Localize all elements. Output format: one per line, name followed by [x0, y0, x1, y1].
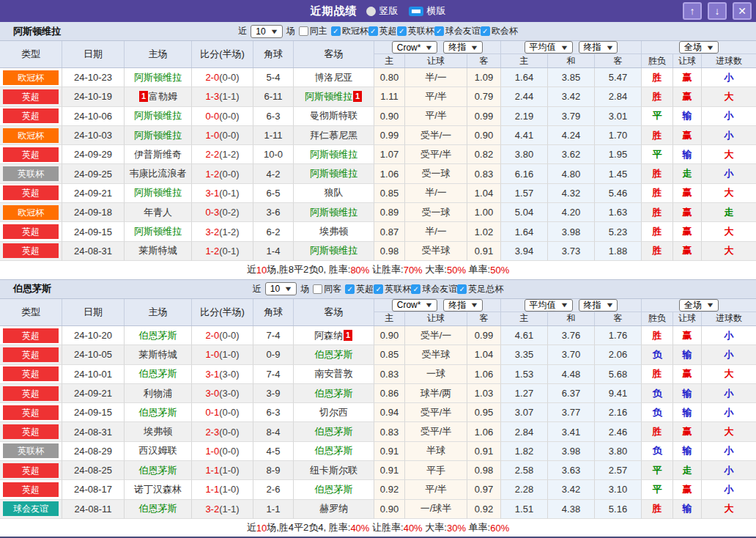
- radio-horizontal-label: 横版: [427, 4, 446, 18]
- radio-unselected-icon[interactable]: [366, 7, 376, 16]
- league-filter[interactable]: ✓英超: [345, 283, 374, 295]
- radio-vertical-layout[interactable]: 竖版: [366, 4, 399, 18]
- result-handicap: 输: [673, 107, 702, 126]
- half-time-score: (0-0): [219, 169, 239, 180]
- odds-provider-select[interactable]: Crow*▼: [392, 299, 438, 312]
- odds-final-select[interactable]: 终指▼: [443, 41, 483, 54]
- league-badge: 英超: [3, 482, 59, 497]
- col-avg-away: 客: [595, 54, 642, 67]
- title-bar: 近期战绩 竖版 横版 ↑ ↓ ✕: [0, 0, 756, 22]
- away-team-cell: 赫罗纳: [294, 500, 374, 519]
- col-date: 日期: [62, 41, 125, 67]
- odds-home: 0.85: [374, 184, 405, 203]
- league-filter-label: 英联杯: [408, 25, 434, 37]
- odds-provider-select[interactable]: Crow*▼: [392, 41, 438, 54]
- scope-select[interactable]: 全场▼: [679, 41, 719, 54]
- col-type: 类型: [0, 41, 62, 67]
- odds-home: 0.92: [374, 480, 405, 499]
- score-cell: 1-0(0-0): [192, 126, 253, 145]
- league-filter[interactable]: ✓英足总杯: [457, 283, 503, 295]
- avg-select-group: 平均值▼ 终指▼: [501, 299, 642, 312]
- checkbox-checked-icon[interactable]: ✓: [345, 284, 355, 294]
- league-badge: 英超: [3, 89, 59, 104]
- score-cell: 2-0(0-0): [192, 68, 253, 87]
- away-team-cell: 伯恩茅斯: [294, 442, 374, 461]
- same-venue-filter[interactable]: 同主: [299, 25, 327, 37]
- move-down-button[interactable]: ↓: [708, 2, 727, 20]
- avg-home-odds: 3.35: [501, 345, 548, 364]
- league-filter[interactable]: ✓球会友谊: [434, 25, 481, 37]
- match-date: 24-08-25: [62, 461, 125, 480]
- avg-draw-odds: 4.32: [548, 184, 595, 203]
- radio-horizontal-layout[interactable]: 横版: [409, 4, 446, 18]
- checkbox-checked-icon[interactable]: ✓: [331, 26, 341, 36]
- summary-text: 让胜率:: [369, 263, 403, 276]
- avg-draw-odds: 3.85: [548, 68, 595, 87]
- match-count-select[interactable]: 10▼: [265, 282, 297, 295]
- checkbox-checked-icon[interactable]: ✓: [411, 284, 420, 294]
- full-time-score: 2-2: [205, 149, 219, 160]
- odds-final-select[interactable]: 终指▼: [443, 299, 483, 312]
- move-up-button[interactable]: ↑: [683, 2, 702, 20]
- checkbox-unchecked-icon[interactable]: [313, 284, 322, 294]
- result-goals: 大: [702, 365, 756, 384]
- col-odds-home: 主: [374, 312, 405, 325]
- checkbox-checked-icon[interactable]: ✓: [481, 26, 490, 36]
- checkbox-checked-icon[interactable]: ✓: [397, 26, 407, 36]
- odds-away: 1.03: [467, 384, 501, 403]
- table-row: 球会友谊24-08-11伯恩茅斯3-2(1-1)1-1赫罗纳0.90一/球半0.…: [0, 500, 756, 519]
- avg-draw-odds: 4.38: [548, 500, 595, 519]
- home-team: 阿斯顿维拉: [134, 129, 182, 142]
- league-filter[interactable]: ✓欧会杯: [481, 25, 518, 37]
- corner-score: 3-6: [253, 203, 294, 222]
- league-filter[interactable]: ✓英超: [368, 25, 397, 37]
- summary-text: 单率:: [466, 263, 490, 276]
- result-handicap: 输: [673, 403, 702, 422]
- league-filter[interactable]: ✓欧冠杯: [331, 25, 368, 37]
- full-time-score: 1-1: [205, 465, 219, 476]
- full-time-score: 3-1: [205, 188, 219, 199]
- score-cell: 3-2(1-1): [192, 500, 253, 519]
- checkbox-checked-icon[interactable]: ✓: [374, 284, 383, 294]
- handicap-line: 平/半: [405, 87, 467, 106]
- same-venue-filter[interactable]: 同客: [313, 283, 341, 295]
- half-time-score: (3-0): [219, 369, 239, 380]
- result-handicap: 赢: [673, 203, 702, 222]
- scope-select[interactable]: 全场▼: [679, 299, 719, 312]
- radio-selected-icon[interactable]: [409, 7, 423, 16]
- away-team: 伯恩茅斯: [315, 387, 353, 400]
- score-cell: 1-2(0-0): [192, 164, 253, 183]
- half-time-score: (0-0): [219, 72, 239, 83]
- col-handicap-result: 让球: [673, 54, 702, 67]
- avg-provider-select[interactable]: 平均值▼: [525, 41, 573, 54]
- result-goals: 大: [702, 87, 756, 106]
- summary-text: 单率:: [466, 521, 490, 534]
- result-winloss: 胜: [642, 365, 673, 384]
- avg-draw-odds: 3.76: [548, 326, 595, 345]
- away-team: 博洛尼亚: [315, 71, 353, 84]
- avg-draw-odds: 6.37: [548, 384, 595, 403]
- league-badge: 英联杯: [3, 443, 59, 458]
- checkbox-unchecked-icon[interactable]: [299, 26, 308, 36]
- league-filter[interactable]: ✓英联杯: [374, 283, 411, 295]
- result-handicap: 输: [673, 145, 702, 164]
- away-team: 纽卡斯尔联: [310, 464, 357, 477]
- summary-text: 近: [247, 521, 256, 534]
- corner-score: 10-0: [253, 145, 294, 164]
- league-filter[interactable]: ✓英联杯: [397, 25, 434, 37]
- league-filters: ✓欧冠杯✓英超✓英联杯✓球会友谊✓欧会杯: [331, 25, 518, 37]
- checkbox-checked-icon[interactable]: ✓: [434, 26, 444, 36]
- avg-final-select[interactable]: 终指▼: [579, 41, 618, 54]
- league-filter[interactable]: ✓球会友谊: [411, 283, 457, 295]
- home-team: 埃弗顿: [144, 425, 172, 438]
- avg-provider-select[interactable]: 平均值▼: [525, 299, 573, 312]
- avg-away-odds: 2.06: [595, 345, 642, 364]
- col-avg-home: 主: [501, 312, 548, 325]
- checkbox-checked-icon[interactable]: ✓: [457, 284, 467, 294]
- avg-final-select[interactable]: 终指▼: [579, 299, 618, 312]
- avg-draw-odds: 3.42: [548, 87, 595, 106]
- close-button[interactable]: ✕: [733, 2, 752, 20]
- home-team: 伯恩茅斯: [139, 367, 177, 380]
- match-count-select[interactable]: 10▼: [251, 25, 282, 38]
- checkbox-checked-icon[interactable]: ✓: [368, 26, 378, 36]
